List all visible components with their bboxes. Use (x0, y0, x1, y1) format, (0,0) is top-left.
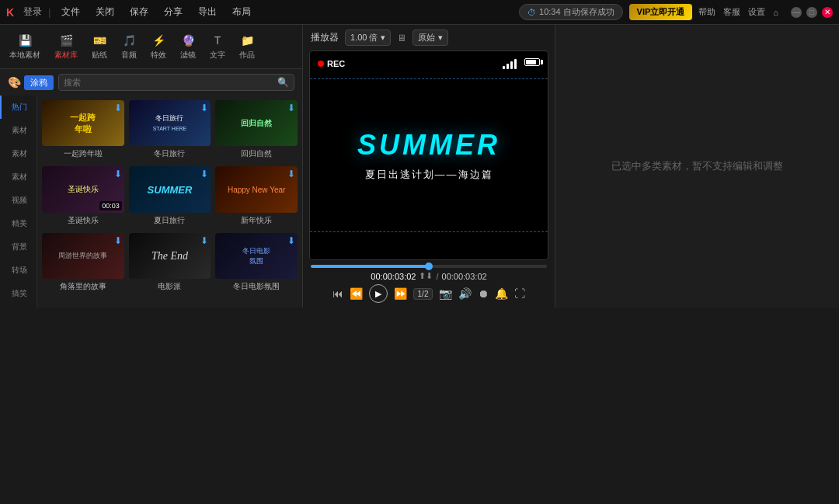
thumb-item-7[interactable]: The End ⬇ 电影派 (129, 233, 211, 294)
thumb-item-4[interactable]: SUMMER ⬇ 夏日旅行 (129, 166, 211, 228)
collection-button[interactable]: 涂鸦 (24, 75, 54, 90)
search-box[interactable]: 🔍 (58, 74, 294, 91)
download-icon-0[interactable]: ⬇ (114, 103, 122, 113)
progress-bar[interactable] (311, 265, 547, 268)
thumb-img-6: 周游世界的故事 ⬇ (42, 233, 124, 279)
download-icon-8[interactable]: ⬇ (287, 235, 295, 246)
tool-filter[interactable]: 🔮 滤镜 (174, 30, 202, 64)
time-current: 00:00:03:02 (371, 272, 416, 281)
battery-icon (524, 58, 540, 66)
service-btn[interactable]: 客服 (723, 6, 740, 18)
stickers-icon: 🎫 (92, 33, 107, 48)
tool-works[interactable]: 📁 作品 (233, 30, 261, 64)
app-title[interactable]: 登录 (23, 5, 42, 19)
download-icon-2[interactable]: ⬇ (287, 103, 295, 113)
thumb-img-1: 冬日旅行START HERE ⬇ (129, 100, 211, 146)
filter-icon: 🔮 (180, 33, 196, 48)
category-bg[interactable]: 背景 (0, 235, 37, 259)
preview-border-bottom (310, 231, 548, 232)
tool-stickers[interactable]: 🎫 贴纸 (85, 30, 113, 64)
category-material3[interactable]: 素材 (0, 165, 37, 189)
search-icon: 🔍 (277, 77, 289, 88)
category-material2[interactable]: 素材 (0, 142, 37, 165)
speed-mini[interactable]: 1/2 (413, 288, 433, 300)
snapshot-button[interactable]: 📷 (439, 287, 452, 300)
speed-selector[interactable]: 1.00 倍 ▾ (345, 30, 391, 46)
fullscreen-button[interactable]: ⛶ (514, 287, 525, 300)
text-icon: T (210, 33, 225, 48)
vip-button[interactable]: VIP立即开通 (629, 4, 693, 20)
thumb-item-5[interactable]: Happy New Year ⬇ 新年快乐 (215, 166, 298, 228)
works-icon: 📁 (239, 33, 255, 48)
download-icon-5[interactable]: ⬇ (287, 169, 295, 179)
thumb-item-3[interactable]: 圣诞快乐 ⬇ 00:03 圣诞快乐 (42, 166, 124, 228)
thumb-img-5: Happy New Year ⬇ (215, 166, 298, 212)
right-hint: 已选中多类素材，暂不支持编辑和调整 (611, 159, 783, 173)
download-icon-7[interactable]: ⬇ (200, 235, 208, 246)
speaker-button[interactable]: 🔔 (495, 287, 508, 300)
download-icon-1[interactable]: ⬇ (200, 103, 208, 113)
progress-thumb (425, 262, 433, 270)
local-material-icon: 💾 (17, 33, 33, 48)
menu-export[interactable]: 导出 (193, 4, 221, 20)
category-sidebar: 热门 素材 素材 素材 视频 精美 背景 转场 搞笑 Pex 包装 新春 (0, 96, 37, 308)
category-scene[interactable]: 转场 (0, 259, 37, 282)
tool-asset-library[interactable]: 🎬 素材库 (48, 30, 84, 64)
download-icon-4[interactable]: ⬇ (200, 169, 208, 179)
preview-label: 播放器 (311, 31, 339, 44)
thumb-img-4: SUMMER ⬇ (129, 166, 211, 212)
thumb-label-0: 一起跨年啦 (42, 146, 124, 162)
menu-layout[interactable]: 布局 (228, 4, 256, 20)
middle-panel: 播放器 1.00 倍 ▾ 🖥 原始 ▾ REC (303, 25, 555, 308)
thumbnail-grid: 一起跨年啦 ⬇ 一起跨年啦 冬日旅行START HERE ⬇ 冬日旅行 (37, 96, 302, 308)
menu-close[interactable]: 关闭 (91, 4, 119, 20)
menu-save[interactable]: 保存 (125, 4, 153, 20)
signal-bar-4 (514, 59, 517, 69)
thumb-item-8[interactable]: 冬日电影氛围 ⬇ 冬日电影氛围 (215, 233, 298, 294)
rewind-button[interactable]: ⏮ (332, 287, 343, 300)
tool-audio[interactable]: 🎵 音频 (115, 30, 143, 64)
signal-bar-3 (510, 61, 513, 69)
left-panel: 💾 本地素材 🎬 素材库 🎫 贴纸 🎵 音频 ⚡ 特效 🔮 滤镜 (0, 25, 303, 308)
playback-controls: ⏮ ⏪ ▶ ⏩ 1/2 📷 🔊 ⏺ 🔔 ⛶ (311, 284, 547, 303)
category-video[interactable]: 视频 (0, 189, 37, 212)
category-beautiful[interactable]: 精美 (0, 212, 37, 235)
category-funny[interactable]: 搞笑 (0, 282, 37, 305)
rec-badge: REC (318, 59, 345, 68)
maximize-button[interactable]: □ (806, 7, 817, 18)
settings-btn[interactable]: 设置 (748, 6, 765, 18)
minimize-button[interactable]: — (791, 7, 802, 18)
thumb-img-2: 回归自然 ⬇ (215, 100, 298, 146)
chevron-down-icon-2: ▾ (438, 33, 443, 43)
step-back-button[interactable]: ⏪ (350, 287, 363, 300)
thumb-item-1[interactable]: 冬日旅行START HERE ⬇ 冬日旅行 (129, 100, 211, 162)
screen-icon: 🖥 (397, 33, 406, 43)
download-icon-3[interactable]: ⬇ (114, 169, 122, 179)
volume-button[interactable]: 🔊 (458, 287, 472, 300)
time-display: 00:00:03:02 ⬆⬇ / 00:00:03:02 (311, 271, 547, 281)
menu-share[interactable]: 分享 (159, 4, 187, 20)
menu-file[interactable]: 文件 (57, 4, 85, 20)
origin-selector[interactable]: 原始 ▾ (413, 30, 448, 46)
content-area: 热门 素材 素材 素材 视频 精美 背景 转场 搞笑 Pex 包装 新春 一起跨… (0, 96, 302, 308)
tool-local-material[interactable]: 💾 本地素材 (3, 30, 47, 64)
download-icon-6[interactable]: ⬇ (114, 235, 122, 246)
tool-text[interactable]: T 文字 (204, 30, 232, 64)
right-controls: 帮助 客服 设置 ⌂ (698, 6, 778, 18)
thumb-label-8: 冬日电影氛围 (215, 279, 298, 294)
category-material1[interactable]: 素材 (0, 119, 37, 142)
play-button[interactable]: ▶ (369, 284, 388, 303)
category-pexels[interactable]: Pex (0, 305, 37, 308)
help-btn[interactable]: 帮助 (698, 6, 715, 18)
close-button[interactable]: ✕ (822, 7, 833, 18)
record-button[interactable]: ⏺ (478, 287, 489, 300)
search-input[interactable] (64, 78, 274, 87)
thumb-item-6[interactable]: 周游世界的故事 ⬇ 角落里的故事 (42, 233, 124, 294)
home-icon[interactable]: ⌂ (773, 8, 778, 17)
category-hot[interactable]: 热门 (0, 96, 37, 119)
tool-effects[interactable]: ⚡ 特效 (144, 30, 172, 64)
step-forward-button[interactable]: ⏩ (394, 287, 407, 300)
thumb-item-0[interactable]: 一起跨年啦 ⬇ 一起跨年啦 (42, 100, 124, 162)
main-area: 💾 本地素材 🎬 素材库 🎫 贴纸 🎵 音频 ⚡ 特效 🔮 滤镜 (0, 25, 839, 308)
thumb-item-2[interactable]: 回归自然 ⬇ 回归自然 (215, 100, 298, 162)
